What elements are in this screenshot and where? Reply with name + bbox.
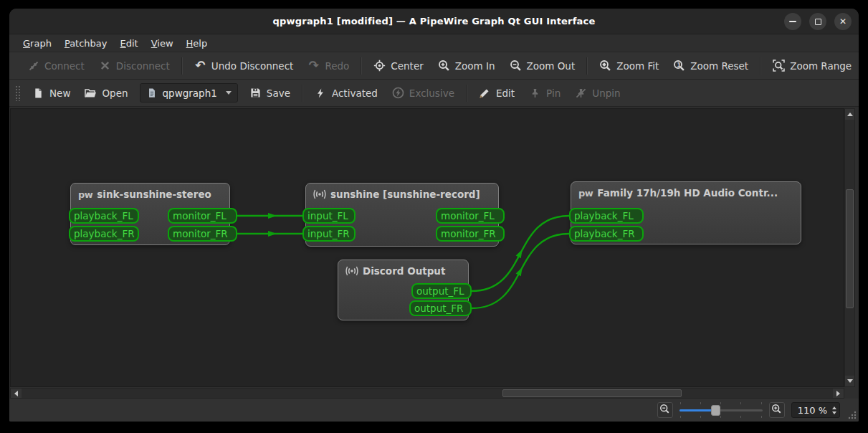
port-monitor-fr[interactable]: monitor_FR <box>168 226 237 242</box>
connect-button[interactable]: Connect <box>20 55 92 76</box>
port-output-fl[interactable]: output_FL <box>411 283 472 299</box>
open-button[interactable]: Open <box>77 82 135 103</box>
redo-button[interactable]: ↷ Redo <box>300 55 356 76</box>
pin-icon <box>529 87 541 99</box>
new-file-icon <box>32 87 44 99</box>
new-button[interactable]: New <box>25 82 77 103</box>
port-output-fr[interactable]: output_FR <box>409 300 472 316</box>
combobox-value: qpwgraph1 <box>163 87 217 99</box>
port-sunshine-monitor-fr[interactable]: monitor_FR <box>436 226 505 242</box>
zoom-slider-fill <box>679 409 715 411</box>
scroll-right-button[interactable] <box>833 389 844 398</box>
unpin-button[interactable]: Unpin <box>568 82 627 103</box>
undo-disconnect-button[interactable]: ↶ Undo Disconnect <box>187 55 301 76</box>
arrow-up-icon <box>847 113 853 116</box>
zoom-percent-spinbox[interactable]: 110 % <box>791 402 840 418</box>
zoom-fit-button[interactable]: Zoom Fit <box>592 55 666 76</box>
toolbar-separator <box>760 57 761 75</box>
port-playback-fr[interactable]: playback_FR <box>69 226 139 242</box>
edit-pencil-icon <box>479 87 491 99</box>
wire-arrowhead <box>268 213 277 219</box>
svg-text:1: 1 <box>677 62 682 68</box>
connect-icon <box>27 60 39 72</box>
scroll-left-button[interactable] <box>11 389 22 398</box>
unpin-icon <box>575 87 587 99</box>
menu-patchbay[interactable]: Patchbay <box>58 36 114 51</box>
horizontal-scrollbar[interactable] <box>10 388 844 399</box>
port-family-playback-fl[interactable]: playback_FL <box>569 208 644 224</box>
scroll-down-button[interactable] <box>845 376 854 386</box>
arrow-right-icon <box>836 391 840 396</box>
vertical-scrollbar[interactable] <box>844 108 855 387</box>
graph-area: pw sink-sunshine-stereo sunshine [sunshi… <box>9 107 859 399</box>
port-monitor-fl[interactable]: monitor_FL <box>168 208 237 224</box>
patchbay-file-combobox[interactable]: qpwgraph1 <box>140 83 238 103</box>
zoom-range-icon <box>773 60 785 72</box>
port-input-fr[interactable]: input_FR <box>302 226 356 242</box>
zoom-in-icon <box>438 60 450 72</box>
close-icon: ✕ <box>839 17 846 26</box>
window-controls: ✕ <box>784 13 852 30</box>
port-input-fl[interactable]: input_FL <box>302 208 356 224</box>
activated-button[interactable]: Activated <box>307 82 385 103</box>
graph-toolbar: Connect PinDisconnect ↶ Undo Disconnect … <box>9 52 859 80</box>
port-sunshine-monitor-fl[interactable]: monitor_FL <box>436 208 505 224</box>
zoom-range-button[interactable]: Zoom Range <box>766 55 859 76</box>
undo-icon: ↶ <box>194 60 206 72</box>
port-family-playback-fr[interactable]: playback_FR <box>569 226 644 242</box>
graph-view[interactable]: pw sink-sunshine-stereo sunshine [sunshi… <box>10 108 844 387</box>
toolbar-separator <box>302 85 303 102</box>
exclusive-button[interactable]: Exclusive <box>385 82 462 103</box>
zoom-in-button[interactable]: Zoom In <box>431 55 502 76</box>
center-button[interactable]: Center <box>366 55 430 76</box>
menu-edit[interactable]: Edit <box>114 36 145 51</box>
zoom-reset-button[interactable]: 1 Zoom Reset <box>666 55 755 76</box>
disconnect-button[interactable]: PinDisconnect <box>92 55 177 76</box>
zoom-out-icon <box>659 404 670 417</box>
wire-arrowhead <box>268 231 277 237</box>
statusbar-zoom-out-button[interactable] <box>657 402 673 418</box>
edit-button[interactable]: Edit <box>472 82 522 103</box>
vertical-scrollbar-thumb[interactable] <box>846 189 854 308</box>
maximize-icon <box>815 19 821 25</box>
horizontal-scrollbar-thumb[interactable] <box>502 389 682 397</box>
menu-graph[interactable]: Graph <box>16 36 58 51</box>
titlebar[interactable]: qpwgraph1 [modified] — A PipeWire Graph … <box>9 9 859 34</box>
window-title: qpwgraph1 [modified] — A PipeWire Graph … <box>273 16 596 27</box>
open-folder-icon <box>85 87 97 99</box>
wire-arrowhead <box>516 266 525 276</box>
menu-help[interactable]: Help <box>180 36 214 51</box>
minimize-icon <box>789 21 796 22</box>
activated-bolt-icon <box>315 87 327 99</box>
arrow-down-icon <box>847 379 853 383</box>
minimize-button[interactable] <box>784 13 801 30</box>
disconnect-icon <box>99 60 111 72</box>
arrow-left-icon <box>14 391 18 396</box>
menubar: Graph Patchbay Edit View Help <box>9 34 859 52</box>
statusbar-zoom-in-button[interactable] <box>769 402 785 418</box>
save-button[interactable]: Save <box>242 82 297 103</box>
toolbar-separator <box>361 57 362 75</box>
zoom-slider[interactable] <box>679 402 763 418</box>
wire-arrowhead <box>516 248 525 258</box>
close-button[interactable]: ✕ <box>834 13 852 30</box>
zoom-slider-handle[interactable] <box>711 405 720 416</box>
chevron-down-icon <box>226 91 232 95</box>
patchbay-file-icon <box>146 87 158 99</box>
menu-view[interactable]: View <box>145 36 180 51</box>
spin-up-icon[interactable] <box>832 406 836 409</box>
resize-grip-icon[interactable] <box>846 409 857 419</box>
pin-button[interactable]: Pin <box>522 82 568 103</box>
center-icon <box>373 60 386 72</box>
spin-down-icon[interactable] <box>832 411 836 414</box>
toolbar-drag-handle[interactable] <box>15 85 20 101</box>
graph-canvas[interactable]: pw sink-sunshine-stereo sunshine [sunshi… <box>11 109 844 386</box>
patchbay-toolbar: New Open qpwgraph1 Save Activated <box>9 80 859 107</box>
scroll-up-button[interactable] <box>845 109 854 120</box>
maximize-button[interactable] <box>809 13 826 30</box>
zoom-reset-icon: 1 <box>673 60 685 72</box>
port-playback-fl[interactable]: playback_FL <box>69 208 139 224</box>
zoom-out-button[interactable]: Zoom Out <box>502 55 583 76</box>
statusbar: 110 % <box>9 399 859 422</box>
connections-layer <box>11 109 844 387</box>
